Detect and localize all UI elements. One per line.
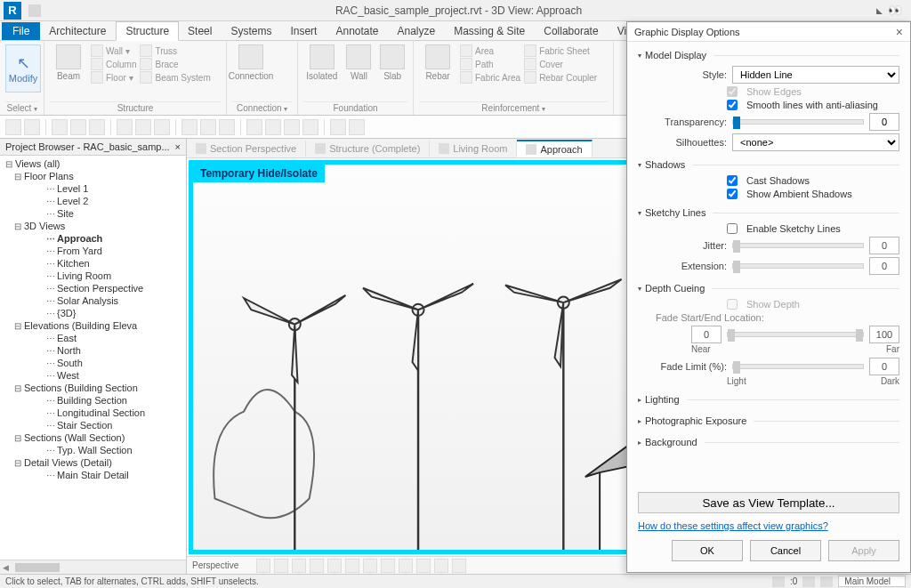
help-link[interactable]: How do these settings affect view graphi… (638, 520, 899, 531)
rebar-coupler-button[interactable]: Rebar Coupler (524, 71, 597, 84)
vc-icon[interactable] (399, 559, 413, 573)
chevron-icon[interactable]: ◣ (876, 6, 883, 15)
connection-button[interactable]: Connection (232, 44, 270, 81)
qat-icon[interactable] (219, 119, 235, 135)
area-button[interactable]: Area (460, 44, 520, 57)
wall-foundation-button[interactable]: Wall (344, 44, 375, 81)
gdo-titlebar[interactable]: Graphic Display Options × (627, 22, 910, 42)
style-select[interactable]: Hidden Line (732, 66, 899, 84)
tree-item[interactable]: ⋯ West (0, 369, 186, 382)
tree-sections-building[interactable]: ⊟Sections (Building Section (0, 382, 186, 394)
fabric-sheet-button[interactable]: Fabric Sheet (524, 44, 597, 57)
tree-item[interactable]: ⋯ Kitchen (0, 257, 186, 270)
vc-icon[interactable] (274, 559, 288, 573)
qat-icon[interactable] (200, 119, 216, 135)
silhouettes-select[interactable]: <none> (732, 133, 899, 151)
qat-icon[interactable] (181, 119, 198, 135)
tree-item[interactable]: ⋯ {3D} (0, 307, 186, 319)
cover-button[interactable]: Cover (524, 58, 597, 70)
tree-sections-wall[interactable]: ⊟Sections (Wall Section) (0, 431, 186, 444)
qat-icon[interactable] (5, 119, 21, 135)
qat-icon[interactable] (302, 119, 318, 135)
cast-shadows-checkbox[interactable] (727, 175, 738, 186)
vc-icon[interactable] (434, 559, 448, 573)
tree-item[interactable]: ⋯ South (0, 357, 186, 369)
close-icon[interactable]: × (896, 25, 903, 39)
tree-views[interactable]: ⊟Views (all) (0, 157, 186, 170)
column-button[interactable]: Column (91, 58, 136, 70)
qat-icon[interactable] (265, 119, 281, 135)
close-icon[interactable]: × (175, 141, 181, 152)
tab-annotate[interactable]: Annotate (327, 22, 388, 40)
enable-sketchy-checkbox[interactable] (727, 223, 738, 234)
tab-systems[interactable]: Systems (222, 22, 281, 40)
cancel-button[interactable]: Cancel (750, 540, 821, 561)
beam-system-button[interactable]: Beam System (140, 71, 210, 84)
tree-3d-views[interactable]: ⊟3D Views (0, 220, 186, 232)
vc-icon[interactable] (256, 559, 270, 573)
vc-icon[interactable] (381, 559, 395, 573)
view-tab-approach[interactable]: Approach (517, 140, 592, 157)
view-tab[interactable]: Living Room (430, 141, 517, 157)
vc-icon[interactable] (345, 559, 359, 573)
qat-icon[interactable] (349, 119, 365, 135)
view-tab[interactable]: Structure (Complete) (306, 141, 430, 157)
tree-item[interactable]: ⋯ Section Perspective (0, 282, 186, 294)
tree-item[interactable]: ⋯ Building Section (0, 394, 186, 407)
section-header-shadows[interactable]: Shadows (638, 157, 899, 173)
section-header-depth[interactable]: Depth Cueing (638, 280, 899, 296)
section-header-sketchy[interactable]: Sketchy Lines (638, 205, 899, 221)
view-tab[interactable]: Section Perspective (187, 141, 306, 157)
tree-floor-plans[interactable]: ⊟Floor Plans (0, 170, 186, 182)
truss-button[interactable]: Truss (140, 44, 210, 57)
tree-item[interactable]: ⋯ Living Room (0, 270, 186, 282)
section-header-lighting[interactable]: Lighting (638, 391, 899, 407)
path-button[interactable]: Path (460, 58, 520, 70)
floor-button[interactable]: Floor ▾ (91, 71, 136, 84)
status-icon[interactable] (772, 576, 785, 587)
qat-icon[interactable] (117, 119, 133, 135)
vc-icon[interactable] (310, 559, 324, 573)
tab-massing[interactable]: Massing & Site (445, 22, 535, 40)
isolated-button[interactable]: Isolated (303, 44, 341, 81)
tab-collaborate[interactable]: Collaborate (535, 22, 608, 40)
tab-steel[interactable]: Steel (179, 22, 222, 40)
tree-item[interactable]: ⋯ Main Stair Detail (0, 469, 186, 481)
slab-button[interactable]: Slab (377, 44, 407, 81)
qat-icon[interactable] (330, 119, 346, 135)
tree-item[interactable]: ⋯ North (0, 344, 186, 357)
tree-item[interactable]: ⋯ Level 2 (0, 195, 186, 207)
transparency-slider[interactable] (732, 119, 864, 125)
tab-architecture[interactable]: Architecture (40, 22, 116, 40)
tree-item-approach[interactable]: ⋯ Approach (0, 232, 186, 245)
qat-icon[interactable] (284, 119, 300, 135)
qat-icon[interactable] (52, 119, 68, 135)
save-as-view-template-button[interactable]: Save as View Template... (638, 492, 899, 513)
section-header-background[interactable]: Background (638, 434, 899, 450)
tree-detail-views[interactable]: ⊟Detail Views (Detail) (0, 456, 186, 469)
horizontal-scrollbar[interactable]: ◀ (0, 560, 186, 574)
qat-icon[interactable] (24, 119, 40, 135)
file-tab[interactable]: File (2, 22, 40, 40)
binoculars-icon[interactable]: 👀 (888, 4, 902, 17)
wall-button[interactable]: Wall ▾ (91, 44, 136, 57)
tab-insert[interactable]: Insert (281, 22, 327, 40)
project-tree[interactable]: ⊟Views (all) ⊟Floor Plans ⋯ Level 1 ⋯ Le… (0, 156, 186, 560)
vc-icon[interactable] (416, 559, 431, 573)
qat-icon[interactable] (89, 119, 105, 135)
tree-item[interactable]: ⋯ Longitudinal Section (0, 407, 186, 419)
tree-item[interactable]: ⋯ Stair Section (0, 419, 186, 431)
tab-structure[interactable]: Structure (116, 21, 179, 41)
panel-select-label[interactable]: Select (5, 101, 38, 113)
tree-item[interactable]: ⋯ From Yard (0, 245, 186, 257)
qat-icon[interactable] (246, 119, 262, 135)
modify-button[interactable]: ↖ Modify (5, 44, 41, 93)
vc-icon[interactable] (363, 559, 377, 573)
brace-button[interactable]: Brace (140, 58, 210, 70)
qat-icon[interactable] (28, 4, 41, 17)
status-icon[interactable] (820, 576, 833, 587)
tree-item[interactable]: ⋯ East (0, 332, 186, 344)
qat-icon[interactable] (70, 119, 86, 135)
beam-button[interactable]: Beam (50, 44, 87, 81)
tab-analyze[interactable]: Analyze (389, 22, 446, 40)
